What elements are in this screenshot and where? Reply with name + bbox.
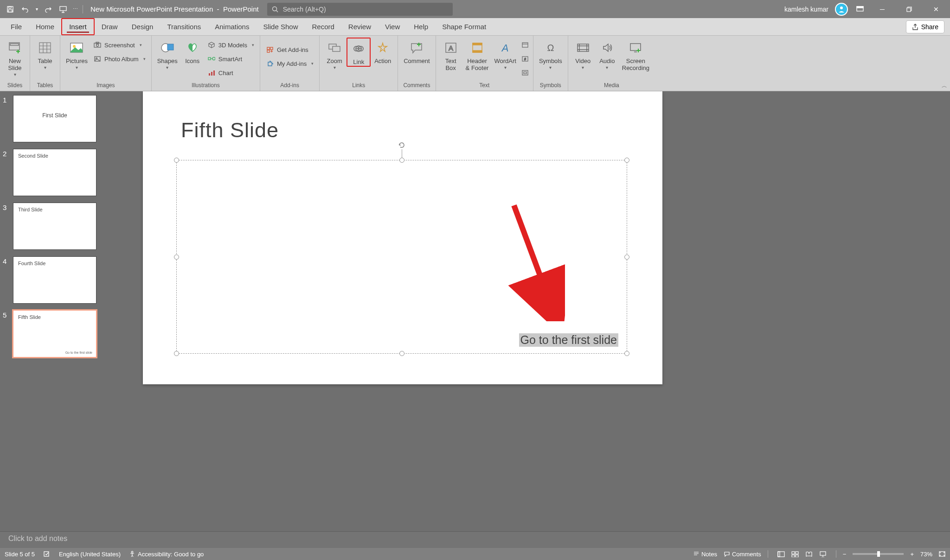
audio-button[interactable]: Audio▾ [595, 38, 619, 70]
undo-icon[interactable] [19, 3, 32, 16]
link-button[interactable]: Link [347, 38, 371, 67]
pictures-button[interactable]: Pictures▾ [63, 38, 90, 70]
normal-view-button[interactable] [775, 549, 788, 559]
tab-slideshow[interactable]: Slide Show [256, 18, 305, 35]
resize-handle[interactable] [624, 351, 629, 356]
fit-to-window-button[interactable] [939, 551, 945, 557]
get-addins-button[interactable]: Get Add-ins [263, 43, 316, 56]
tab-file[interactable]: File [4, 18, 29, 35]
action-button[interactable]: Action [371, 38, 395, 65]
notes-pane[interactable]: Click to add notes [0, 531, 950, 548]
notes-toggle[interactable]: Notes [693, 551, 717, 558]
zoom-button[interactable]: Zoom▾ [322, 38, 347, 70]
group-label-media: Media [571, 82, 652, 90]
comment-icon [408, 39, 425, 56]
status-language[interactable]: English (United States) [59, 551, 121, 558]
tab-record[interactable]: Record [305, 18, 341, 35]
slide-thumbnails-pane[interactable]: 1 First Slide 2 Second Slide 3 Third Sli… [0, 91, 107, 531]
video-button[interactable]: Video▾ [571, 38, 595, 70]
ribbon-collapse-icon[interactable]: ︿ [942, 82, 947, 90]
tab-help[interactable]: Help [407, 18, 435, 35]
zoom-out-button[interactable]: − [843, 551, 847, 558]
svg-rect-27 [270, 47, 273, 50]
undo-dropdown-icon[interactable]: ▾ [33, 3, 40, 16]
share-button[interactable]: Share [906, 20, 944, 33]
tab-view[interactable]: View [378, 18, 407, 35]
present-icon[interactable] [57, 3, 70, 16]
date-time-icon [521, 41, 529, 49]
tab-transitions[interactable]: Transitions [160, 18, 208, 35]
3d-models-button[interactable]: 3D Models▾ [205, 38, 257, 51]
zoom-in-button[interactable]: + [910, 551, 914, 558]
search-input[interactable]: Search (Alt+Q) [267, 3, 453, 16]
resize-handle[interactable] [624, 158, 629, 163]
slide-number-button[interactable]: # [520, 52, 530, 65]
resize-handle[interactable] [174, 255, 179, 260]
status-accessibility[interactable]: Accessibility: Good to go [129, 551, 204, 558]
sorter-view-button[interactable] [789, 549, 802, 559]
resize-handle[interactable] [174, 351, 179, 356]
thumbnail-1[interactable]: 1 First Slide [3, 95, 101, 142]
thumbnail-3[interactable]: 3 Third Slide [3, 203, 101, 250]
tab-animations[interactable]: Animations [208, 18, 256, 35]
thumbnail-5[interactable]: 5 Fifth SlideGo to the first slide [3, 310, 101, 357]
tab-shapeformat[interactable]: Shape Format [435, 18, 493, 35]
wordart-icon: A [497, 39, 514, 56]
slideshow-view-button[interactable] [816, 549, 829, 559]
screen-recording-button[interactable]: Screen Recording [619, 38, 652, 72]
close-button[interactable]: ✕ [926, 3, 946, 16]
avatar[interactable] [835, 3, 848, 16]
header-footer-button[interactable]: Header & Footer [463, 38, 492, 72]
group-label-images: Images [63, 82, 148, 90]
object-button[interactable] [520, 66, 530, 79]
group-label-illustrations: Illustrations [154, 82, 257, 90]
selected-link-text[interactable]: Go to the first slide [519, 333, 618, 347]
comments-toggle[interactable]: Comments [724, 551, 761, 558]
group-label-slides: Slides [3, 82, 27, 90]
table-button[interactable]: Table▾ [33, 38, 57, 70]
slide-title-text[interactable]: Fifth Slide [181, 118, 279, 142]
pictures-icon [68, 39, 85, 56]
tab-home[interactable]: Home [29, 18, 61, 35]
chart-button[interactable]: Chart [205, 66, 257, 79]
tab-review[interactable]: Review [341, 18, 378, 35]
maximize-button[interactable] [899, 3, 919, 16]
comment-button[interactable]: Comment [401, 38, 432, 65]
qat-overflow-icon[interactable]: ⋯ [71, 3, 79, 16]
reading-view-button[interactable] [802, 549, 815, 559]
slide-canvas[interactable]: Fifth Slide Go to the first slide [143, 91, 662, 384]
tab-insert[interactable]: Insert [61, 18, 95, 35]
my-addins-button[interactable]: My Add-ins▾ [263, 57, 316, 70]
vertical-scrollbar[interactable] [942, 91, 950, 531]
save-icon[interactable] [4, 3, 17, 16]
icons-button[interactable]: Icons [180, 38, 205, 65]
photo-album-button[interactable]: Photo Album▾ [90, 52, 148, 65]
minimize-button[interactable]: ─ [872, 3, 892, 16]
resize-handle[interactable] [624, 255, 629, 260]
smartart-button[interactable]: SmartArt [205, 52, 257, 65]
thumbnail-4[interactable]: 4 Fourth Slide [3, 256, 101, 304]
resize-handle[interactable] [399, 158, 404, 163]
redo-icon[interactable] [42, 3, 55, 16]
date-time-button[interactable] [520, 38, 530, 51]
zoom-level[interactable]: 73% [920, 551, 932, 558]
shapes-button[interactable]: Shapes▾ [154, 38, 180, 70]
resize-handle[interactable] [399, 351, 404, 356]
tab-draw[interactable]: Draw [95, 18, 125, 35]
slide-editor[interactable]: Fifth Slide Go to the first slide [107, 91, 950, 531]
spellcheck-icon[interactable] [43, 551, 51, 557]
ribbon-display-icon[interactable] [854, 4, 866, 15]
symbols-button[interactable]: Ω Symbols▾ [536, 38, 565, 70]
zoom-slider[interactable] [853, 553, 904, 555]
tab-design[interactable]: Design [125, 18, 160, 35]
resize-handle[interactable] [174, 158, 179, 163]
new-slide-button[interactable]: New Slide▾ [3, 38, 27, 77]
thumbnail-2[interactable]: 2 Second Slide [3, 149, 101, 196]
screenshot-button[interactable]: Screenshot▾ [90, 38, 148, 51]
svg-rect-43 [524, 72, 526, 74]
action-icon [374, 39, 391, 56]
rotate-handle-icon[interactable] [398, 141, 406, 149]
textbox-button[interactable]: A Text Box [439, 38, 463, 72]
wordart-button[interactable]: A WordArt▾ [491, 38, 519, 70]
content-textbox[interactable]: Go to the first slide [176, 160, 627, 354]
